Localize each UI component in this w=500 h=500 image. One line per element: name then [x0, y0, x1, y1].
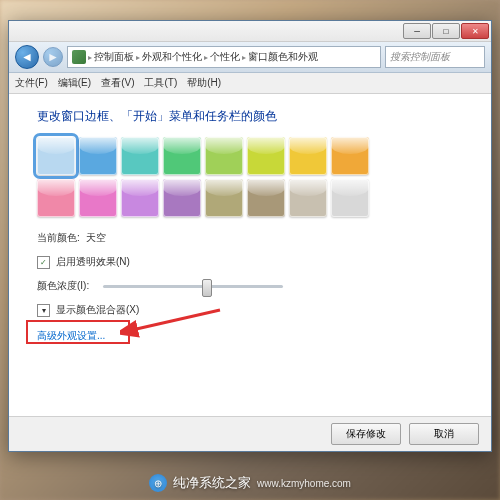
menu-help[interactable]: 帮助(H): [187, 76, 221, 90]
color-swatch-15[interactable]: [331, 179, 369, 217]
transparency-label: 启用透明效果(N): [56, 255, 130, 269]
current-color-row: 当前颜色: 天空: [37, 231, 463, 245]
close-button[interactable]: ✕: [461, 23, 489, 39]
menu-tools[interactable]: 工具(T): [144, 76, 177, 90]
logo-icon: ⊕: [149, 474, 167, 492]
menubar: 文件(F) 编辑(E) 查看(V) 工具(T) 帮助(H): [9, 73, 491, 94]
chevron-right-icon: ▸: [88, 53, 92, 62]
breadcrumb-item[interactable]: 个性化: [210, 50, 240, 64]
color-swatch-8[interactable]: [37, 179, 75, 217]
current-color-label: 当前颜色:: [37, 231, 80, 245]
mixer-label: 显示颜色混合器(X): [56, 303, 139, 317]
search-input[interactable]: 搜索控制面板: [385, 46, 485, 68]
navbar: ◄ ► ▸ 控制面板 ▸ 外观和个性化 ▸ 个性化 ▸ 窗口颜色和外观 搜索控制…: [9, 42, 491, 73]
intensity-slider[interactable]: [103, 285, 283, 288]
advanced-appearance-link[interactable]: 高级外观设置...: [37, 329, 105, 343]
watermark-brand: 纯净系统之家: [173, 474, 251, 492]
breadcrumb-item[interactable]: 控制面板: [94, 50, 134, 64]
chevron-right-icon: ▸: [136, 53, 140, 62]
menu-edit[interactable]: 编辑(E): [58, 76, 91, 90]
intensity-row: 颜色浓度(I):: [37, 279, 463, 293]
color-swatch-14[interactable]: [289, 179, 327, 217]
slider-thumb[interactable]: [202, 279, 212, 297]
footer: 保存修改 取消: [9, 416, 491, 451]
back-button[interactable]: ◄: [15, 45, 39, 69]
advanced-row: 高级外观设置...: [37, 329, 463, 343]
breadcrumb[interactable]: ▸ 控制面板 ▸ 外观和个性化 ▸ 个性化 ▸ 窗口颜色和外观: [67, 46, 381, 68]
color-swatch-5[interactable]: [247, 137, 285, 175]
search-placeholder: 搜索控制面板: [390, 50, 450, 64]
color-swatch-2[interactable]: [121, 137, 159, 175]
watermark: ⊕ 纯净系统之家 www.kzmyhome.com: [0, 474, 500, 492]
intensity-label: 颜色浓度(I):: [37, 279, 89, 293]
menu-view[interactable]: 查看(V): [101, 76, 134, 90]
minimize-button[interactable]: ─: [403, 23, 431, 39]
color-swatches: [37, 137, 397, 217]
page-title: 更改窗口边框、「开始」菜单和任务栏的颜色: [37, 108, 463, 125]
color-swatch-9[interactable]: [79, 179, 117, 217]
color-swatch-6[interactable]: [289, 137, 327, 175]
maximize-button[interactable]: □: [432, 23, 460, 39]
content-area: 更改窗口边框、「开始」菜单和任务栏的颜色 当前颜色: 天空 ✓ 启用透明效果(N…: [9, 94, 491, 416]
watermark-url: www.kzmyhome.com: [257, 478, 351, 489]
control-panel-window: ─ □ ✕ ◄ ► ▸ 控制面板 ▸ 外观和个性化 ▸ 个性化 ▸ 窗口颜色和外…: [8, 20, 492, 452]
transparency-row: ✓ 启用透明效果(N): [37, 255, 463, 269]
cp-icon: [72, 50, 86, 64]
color-swatch-3[interactable]: [163, 137, 201, 175]
mixer-row: ▾ 显示颜色混合器(X): [37, 303, 463, 317]
color-swatch-13[interactable]: [247, 179, 285, 217]
breadcrumb-item[interactable]: 窗口颜色和外观: [248, 50, 318, 64]
save-button[interactable]: 保存修改: [331, 423, 401, 445]
transparency-checkbox[interactable]: ✓: [37, 256, 50, 269]
chevron-right-icon: ▸: [242, 53, 246, 62]
color-swatch-12[interactable]: [205, 179, 243, 217]
color-swatch-0[interactable]: [37, 137, 75, 175]
titlebar: ─ □ ✕: [9, 21, 491, 42]
color-swatch-11[interactable]: [163, 179, 201, 217]
breadcrumb-item[interactable]: 外观和个性化: [142, 50, 202, 64]
color-swatch-7[interactable]: [331, 137, 369, 175]
expand-mixer-button[interactable]: ▾: [37, 304, 50, 317]
menu-file[interactable]: 文件(F): [15, 76, 48, 90]
cancel-button[interactable]: 取消: [409, 423, 479, 445]
current-color-value: 天空: [86, 231, 106, 245]
color-swatch-10[interactable]: [121, 179, 159, 217]
color-swatch-1[interactable]: [79, 137, 117, 175]
forward-button[interactable]: ►: [43, 47, 63, 67]
chevron-right-icon: ▸: [204, 53, 208, 62]
color-swatch-4[interactable]: [205, 137, 243, 175]
